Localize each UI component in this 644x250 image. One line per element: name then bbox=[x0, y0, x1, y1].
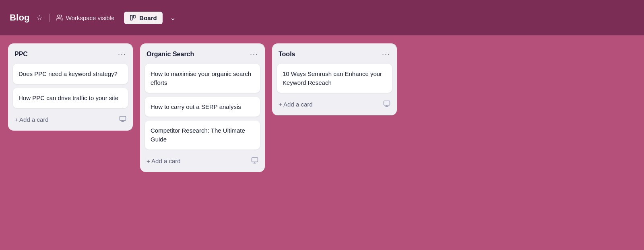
column-header-ppc: PPC··· bbox=[13, 49, 128, 60]
svg-rect-3 bbox=[120, 116, 126, 121]
board-area: PPC···Does PPC need a keyword strategy?H… bbox=[0, 35, 644, 250]
column-ppc: PPC···Does PPC need a keyword strategy?H… bbox=[8, 43, 133, 131]
workspace-label: Workspace visible bbox=[66, 14, 115, 21]
column-menu-tools[interactable]: ··· bbox=[382, 50, 390, 58]
people-icon bbox=[56, 14, 63, 21]
template-icon[interactable] bbox=[119, 115, 126, 124]
board-icon bbox=[130, 14, 136, 21]
card-os-3[interactable]: Competitor Research: The Ultimate Guide bbox=[145, 121, 260, 150]
template-icon[interactable] bbox=[383, 100, 390, 109]
column-tools: Tools···10 Ways Semrush can Enhance your… bbox=[272, 43, 397, 115]
add-card-button-ppc[interactable]: + Add a card bbox=[14, 116, 49, 123]
add-card-button-tools[interactable]: + Add a card bbox=[279, 101, 313, 108]
chevron-down-icon[interactable]: ⌄ bbox=[170, 13, 176, 22]
template-icon[interactable] bbox=[251, 157, 258, 166]
card-tools-1[interactable]: 10 Ways Semrush can Enhance your Keyword… bbox=[277, 64, 392, 93]
add-card-button-organic-search[interactable]: + Add a card bbox=[147, 158, 181, 164]
svg-rect-2 bbox=[134, 15, 136, 18]
card-ppc-2[interactable]: How PPC can drive traffic to your site bbox=[13, 88, 128, 108]
board-label: Board bbox=[139, 14, 157, 21]
add-card-row-tools: + Add a card bbox=[277, 98, 392, 110]
card-os-1[interactable]: How to maximise your organic search effo… bbox=[145, 64, 260, 93]
column-organic-search: Organic Search···How to maximise your or… bbox=[140, 43, 265, 172]
workspace-visibility[interactable]: Workspace visible bbox=[56, 14, 115, 21]
add-card-row-organic-search: + Add a card bbox=[145, 154, 260, 166]
column-menu-ppc[interactable]: ··· bbox=[118, 50, 126, 58]
column-title-ppc: PPC bbox=[14, 51, 28, 58]
card-ppc-1[interactable]: Does PPC need a keyword strategy? bbox=[13, 64, 128, 84]
add-card-row-ppc: + Add a card bbox=[13, 113, 128, 125]
svg-rect-9 bbox=[384, 101, 390, 105]
card-os-2[interactable]: How to carry out a SERP analysis bbox=[145, 97, 260, 117]
column-menu-organic-search[interactable]: ··· bbox=[250, 50, 258, 58]
svg-rect-1 bbox=[130, 15, 132, 20]
app-header: Blog ☆ Workspace visible Board ⌄ bbox=[0, 0, 644, 35]
board-title: Blog bbox=[10, 12, 30, 23]
header-divider bbox=[49, 14, 50, 22]
star-icon[interactable]: ☆ bbox=[36, 13, 43, 22]
svg-rect-6 bbox=[252, 158, 258, 162]
board-view-button[interactable]: Board bbox=[124, 12, 162, 24]
column-title-organic-search: Organic Search bbox=[147, 51, 194, 58]
column-header-tools: Tools··· bbox=[277, 49, 392, 60]
svg-point-0 bbox=[57, 15, 60, 17]
column-header-organic-search: Organic Search··· bbox=[145, 49, 260, 60]
column-title-tools: Tools bbox=[279, 51, 295, 58]
